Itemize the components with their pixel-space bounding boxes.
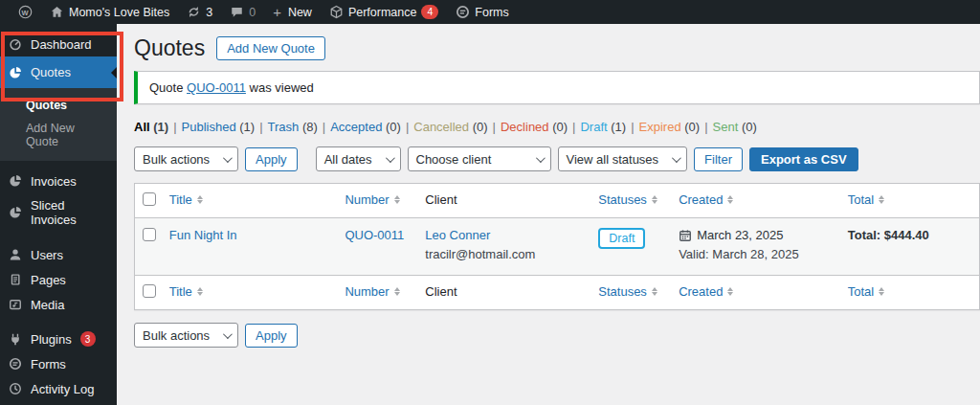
filter-separator: | bbox=[704, 120, 707, 134]
row-checkbox[interactable] bbox=[143, 228, 156, 241]
table-header-row: TitleNumberClientStatusesCreatedTotal bbox=[135, 184, 980, 218]
filter-link-sent[interactable]: Sent (0) bbox=[713, 120, 757, 134]
wordpress-logo[interactable]: W bbox=[10, 0, 41, 24]
sidebar-item-label: Media bbox=[31, 298, 64, 312]
column-sort-total[interactable]: Total bbox=[848, 192, 884, 207]
column-label: Title bbox=[169, 284, 192, 299]
sidebar-item-pages[interactable]: Pages bbox=[0, 267, 117, 292]
add-new-quote-button[interactable]: Add New Quote bbox=[216, 36, 325, 60]
column-sort-created[interactable]: Created bbox=[679, 284, 733, 299]
performance-label: Performance bbox=[348, 6, 417, 19]
forms-menu[interactable]: Forms bbox=[447, 0, 517, 24]
bulk-actions-select[interactable]: Bulk actions bbox=[134, 146, 238, 171]
comments-menu[interactable]: 0 bbox=[221, 0, 264, 24]
filter-count: (0) bbox=[552, 120, 568, 134]
new-content-menu[interactable]: + New bbox=[264, 0, 321, 24]
forms-icon bbox=[456, 5, 470, 19]
filter-separator: | bbox=[173, 120, 176, 134]
sort-arrows-icon bbox=[727, 287, 733, 296]
sidebar-item-label: Activity Log bbox=[31, 382, 94, 396]
column-label: Statuses bbox=[598, 284, 647, 299]
column-sort-total[interactable]: Total bbox=[848, 284, 884, 299]
quote-total: Total: $444.40 bbox=[848, 228, 929, 242]
sidebar-item-sliced-invoices[interactable]: Sliced Invoices bbox=[0, 200, 117, 225]
chevron-down-icon bbox=[223, 329, 233, 339]
filter-count: (0) bbox=[742, 120, 757, 134]
filter-link-cancelled[interactable]: Cancelled (0) bbox=[413, 120, 487, 134]
sidebar-item-forms[interactable]: Forms bbox=[0, 351, 117, 376]
sidebar-item-users[interactable]: Users bbox=[0, 242, 117, 267]
bulk-actions-select-bottom[interactable]: Bulk actions bbox=[134, 323, 238, 348]
media-icon bbox=[8, 298, 22, 312]
column-sort-statuses[interactable]: Statuses bbox=[598, 192, 657, 207]
sidebar-item-plugins[interactable]: Plugins3 bbox=[0, 326, 117, 351]
column-sort-title[interactable]: Title bbox=[169, 192, 203, 207]
status-filter-select[interactable]: View all statuses bbox=[558, 146, 688, 171]
filter-link-trash[interactable]: Trash (8) bbox=[268, 120, 318, 134]
sidebar-item-activity-log[interactable]: Activity Log bbox=[0, 376, 117, 401]
sidebar-subitem-quotes[interactable]: Quotes bbox=[0, 94, 117, 117]
column-sort-title[interactable]: Title bbox=[169, 284, 203, 299]
admin-sidebar: DashboardQuotesQuotesAdd New QuoteInvoic… bbox=[0, 24, 117, 405]
pages-icon bbox=[8, 273, 22, 287]
filter-link-expired[interactable]: Expired (0) bbox=[639, 120, 701, 134]
filter-link-draft[interactable]: Draft (1) bbox=[580, 120, 626, 134]
apply-button[interactable]: Apply bbox=[245, 147, 298, 171]
select-all-checkbox[interactable] bbox=[143, 284, 156, 298]
sort-arrows-icon bbox=[652, 195, 657, 204]
updates-menu[interactable]: 3 bbox=[178, 0, 221, 24]
client-filter-select[interactable]: Choose client bbox=[408, 146, 551, 171]
forms-icon bbox=[8, 357, 22, 371]
sidebar-item-comments[interactable]: Comments bbox=[0, 401, 117, 405]
sort-arrows-icon bbox=[879, 287, 884, 296]
status-badge[interactable]: Draft bbox=[598, 228, 645, 249]
chevron-down-icon bbox=[223, 153, 233, 163]
filter-link-declined[interactable]: Declined (0) bbox=[501, 120, 568, 134]
filter-separator: | bbox=[406, 120, 409, 134]
filter-button[interactable]: Filter bbox=[694, 147, 743, 171]
sidebar-submenu: QuotesAdd New Quote bbox=[0, 88, 117, 161]
home-icon bbox=[50, 5, 64, 19]
quote-title-link[interactable]: Fun Night In bbox=[169, 228, 237, 242]
sidebar-item-label: Pages bbox=[31, 273, 66, 287]
dates-filter-select[interactable]: All dates bbox=[316, 146, 401, 171]
column-label: Number bbox=[345, 284, 389, 299]
filter-count: (0) bbox=[684, 120, 700, 134]
sidebar-item-dashboard[interactable]: Dashboard bbox=[0, 32, 117, 56]
sidebar-subitem-add-new-quote[interactable]: Add New Quote bbox=[0, 117, 117, 153]
updates-icon bbox=[187, 5, 201, 19]
column-label: Created bbox=[679, 192, 723, 207]
site-name-menu[interactable]: Momo's Love Bites bbox=[41, 0, 178, 24]
select-all-checkbox[interactable] bbox=[143, 192, 156, 206]
notice-quote-link[interactable]: QUO-0011 bbox=[187, 80, 246, 95]
plus-icon: + bbox=[273, 4, 281, 20]
filter-count: (0) bbox=[473, 120, 488, 134]
status-filter-value: View all statuses bbox=[567, 152, 659, 167]
performance-menu[interactable]: Performance 4 bbox=[321, 0, 447, 24]
column-label: Created bbox=[679, 284, 723, 299]
new-label: New bbox=[288, 6, 312, 19]
comments-count: 0 bbox=[249, 6, 256, 19]
column-sort-created[interactable]: Created bbox=[679, 192, 733, 207]
filter-link-published[interactable]: Published (1) bbox=[182, 120, 256, 134]
filter-link-all[interactable]: All (1) bbox=[134, 120, 168, 134]
created-date: March 23, 2025 bbox=[697, 228, 783, 242]
filter-separator: | bbox=[323, 120, 325, 134]
filter-separator: | bbox=[493, 120, 496, 134]
quote-number-link[interactable]: QUO-0011 bbox=[345, 228, 404, 242]
sidebar-item-invoices[interactable]: Invoices bbox=[0, 169, 117, 193]
sidebar-item-media[interactable]: Media bbox=[0, 292, 117, 317]
export-csv-button[interactable]: Export as CSV bbox=[749, 147, 858, 171]
pie-chart-icon bbox=[8, 174, 22, 189]
column-sort-number[interactable]: Number bbox=[345, 284, 399, 299]
valid-until-date: Valid: March 28, 2025 bbox=[679, 247, 833, 261]
column-sort-number[interactable]: Number bbox=[345, 192, 399, 207]
sort-arrows-icon bbox=[727, 195, 733, 204]
filter-link-accepted[interactable]: Accepted (0) bbox=[330, 120, 401, 134]
client-name-link[interactable]: Leo Conner bbox=[425, 228, 490, 242]
column-sort-statuses[interactable]: Statuses bbox=[598, 284, 657, 299]
apply-button-bottom[interactable]: Apply bbox=[245, 324, 298, 348]
wordpress-icon: W bbox=[18, 5, 33, 19]
sidebar-item-quotes[interactable]: Quotes bbox=[0, 56, 117, 88]
column-label: Client bbox=[425, 284, 457, 299]
